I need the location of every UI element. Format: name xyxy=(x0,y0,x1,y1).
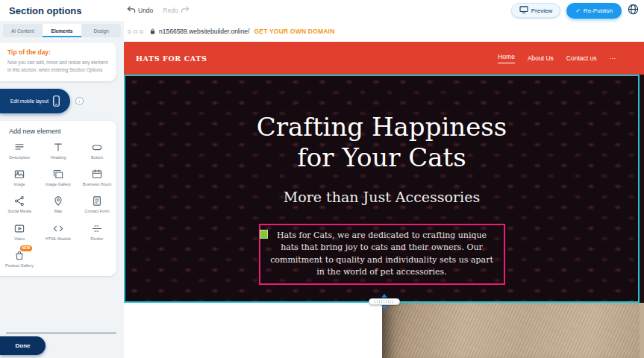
check-icon: ✓ xyxy=(575,7,581,14)
selected-hero-section[interactable]: Crafting Happiness for Your Cats More th… xyxy=(124,75,640,303)
window-dot-icon xyxy=(128,30,131,34)
tab-ai-content[interactable]: AI Content xyxy=(3,24,43,37)
social-media-icon xyxy=(13,195,25,207)
add-element-description[interactable]: Description xyxy=(0,141,39,160)
history-controls: Undo Redo xyxy=(124,4,193,16)
nav-more-icon[interactable]: ⋯ xyxy=(610,54,616,62)
hero-title[interactable]: Crafting Happiness for Your Cats xyxy=(237,112,528,174)
map-pin-icon xyxy=(52,195,64,207)
divider-icon xyxy=(91,222,103,234)
app-window: Section options Undo Redo Previ xyxy=(0,0,644,358)
tip-body: Now you can add, move and resize any ele… xyxy=(7,59,109,74)
add-element-html-module[interactable]: HTML Module xyxy=(39,222,78,242)
edit-mobile-label: Edit mobile layout xyxy=(10,98,49,104)
undo-button[interactable]: Undo xyxy=(124,4,156,16)
hero-subtitle[interactable]: More than Just Accessories xyxy=(284,189,480,205)
add-panel-title: Add new element xyxy=(0,128,116,135)
scroll-segment-next xyxy=(640,303,644,358)
hero-description-box[interactable]: Hats for Cats, we are dedicated to craft… xyxy=(259,224,505,285)
scroll-segment-hero xyxy=(640,75,644,303)
site-scrollbar[interactable] xyxy=(640,42,644,358)
republish-button[interactable]: ✓ Re-Publish xyxy=(566,3,622,19)
editor-canvas: n1566589.websitebuilder.online/ GET YOUR… xyxy=(124,21,644,358)
edit-mobile-row: Edit mobile layout i xyxy=(0,89,124,113)
browser-address-bar: n1566589.websitebuilder.online/ GET YOUR… xyxy=(124,21,644,42)
html-module-icon xyxy=(52,222,64,234)
add-element-business-hours[interactable]: Business Hours xyxy=(78,168,116,187)
button-icon xyxy=(91,141,103,153)
tab-elements[interactable]: Elements xyxy=(43,24,82,37)
site-preview-viewport: HATS FOR CATS Home About Us Contact us ⋯… xyxy=(124,42,644,358)
language-globe-button[interactable] xyxy=(628,4,639,17)
nav-item-home[interactable]: Home xyxy=(498,53,515,63)
add-element-social-media[interactable]: Social Media xyxy=(0,195,39,214)
globe-icon xyxy=(628,4,639,17)
element-grid: Description Heading Button Image Image G… xyxy=(0,141,116,268)
next-section-area xyxy=(124,303,640,358)
video-icon xyxy=(13,222,25,234)
add-element-video[interactable]: Video xyxy=(0,222,39,242)
preview-button[interactable]: Preview xyxy=(511,3,560,18)
edit-mobile-layout-button[interactable]: Edit mobile layout xyxy=(0,89,70,113)
undo-icon xyxy=(127,6,136,15)
add-element-button[interactable]: Button xyxy=(78,141,116,160)
scroll-segment-header xyxy=(640,42,644,75)
window-dot-icon xyxy=(140,30,143,34)
image-gallery-icon xyxy=(52,168,64,180)
nav-item-contact-us[interactable]: Contact us xyxy=(566,54,597,62)
element-indicator-icon xyxy=(260,230,268,239)
section-options-sidebar: AI Content Elements Design Tip of the da… xyxy=(0,21,124,358)
business-hours-icon xyxy=(91,168,103,180)
preview-label: Preview xyxy=(531,7,552,14)
page-title: Section options xyxy=(0,5,124,16)
redo-button[interactable]: Redo xyxy=(160,4,192,16)
add-element-divider[interactable]: Divider xyxy=(78,222,116,242)
add-element-image-gallery[interactable]: Image Gallery xyxy=(39,168,78,187)
add-element-product-gallery[interactable]: NEW Product Gallery xyxy=(0,249,39,268)
new-badge: NEW xyxy=(20,245,32,251)
info-icon[interactable]: i xyxy=(75,97,84,105)
tip-title: Tip of the day: xyxy=(7,48,109,56)
add-new-element-panel: Add new element Description Heading Butt… xyxy=(0,121,116,276)
site-url: n1566589.websitebuilder.online/ xyxy=(159,28,249,35)
arrow-down-icon xyxy=(381,306,387,310)
hero-description: Hats for Cats, we are dedicated to craft… xyxy=(269,230,495,279)
contact-form-icon xyxy=(91,195,103,207)
heading-icon xyxy=(52,141,64,153)
tip-of-the-day-card: Tip of the day: Now you can add, move an… xyxy=(0,43,116,81)
phone-icon xyxy=(53,95,60,107)
arrow-up-icon xyxy=(381,294,387,298)
top-toolbar: Section options Undo Redo Previ xyxy=(0,0,644,21)
product-gallery-icon: NEW xyxy=(13,249,25,261)
tab-design[interactable]: Design xyxy=(81,24,121,37)
next-section-image[interactable] xyxy=(382,303,640,358)
done-button[interactable]: Done xyxy=(0,336,46,355)
republish-label: Re-Publish xyxy=(584,7,613,14)
undo-label: Undo xyxy=(138,7,153,14)
site-nav: Home About Us Contact us ⋯ xyxy=(498,53,616,63)
drag-grip-icon xyxy=(369,298,400,305)
redo-icon xyxy=(181,6,190,15)
section-resize-handle[interactable] xyxy=(366,294,402,310)
monitor-icon xyxy=(519,6,528,15)
add-element-contact-form[interactable]: Contact Form xyxy=(78,195,116,214)
lock-icon xyxy=(149,28,156,35)
window-dot-icon xyxy=(134,30,137,34)
description-icon xyxy=(13,141,25,153)
sidebar-tabs: AI Content Elements Design xyxy=(3,24,121,37)
site-logo[interactable]: HATS FOR CATS xyxy=(136,54,207,63)
nav-item-about-us[interactable]: About Us xyxy=(528,54,554,62)
get-domain-link[interactable]: GET YOUR OWN DOMAIN xyxy=(254,28,334,35)
toolbar-actions: Preview ✓ Re-Publish xyxy=(511,3,644,19)
site-header: HATS FOR CATS Home About Us Contact us ⋯ xyxy=(124,42,640,75)
add-element-map[interactable]: Map xyxy=(39,195,78,214)
add-element-image[interactable]: Image xyxy=(0,168,39,187)
add-element-heading[interactable]: Heading xyxy=(39,141,78,160)
image-icon xyxy=(13,168,25,180)
sidebar-divider xyxy=(6,333,116,333)
redo-label: Redo xyxy=(163,7,178,14)
